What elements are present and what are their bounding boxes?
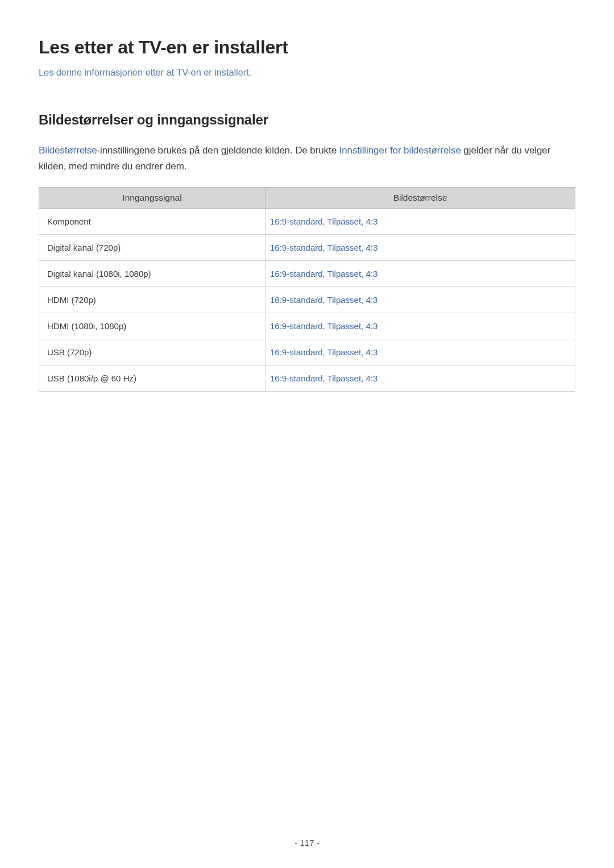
- signal-cell: Komponent: [39, 209, 265, 235]
- size-cell: 16:9-standard, Tilpasset, 4:3: [265, 209, 575, 235]
- signal-cell: Digital kanal (1080i, 1080p): [39, 261, 265, 287]
- size-cell: 16:9-standard, Tilpasset, 4:3: [265, 366, 575, 392]
- size-cell: 16:9-standard, Tilpasset, 4:3: [265, 235, 575, 261]
- table-row: HDMI (1080i, 1080p)16:9-standard, Tilpas…: [39, 313, 575, 339]
- table-row: USB (720p)16:9-standard, Tilpasset, 4:3: [39, 339, 575, 366]
- page-number: - 117 -: [0, 838, 614, 848]
- size-cell: 16:9-standard, Tilpasset, 4:3: [265, 287, 575, 313]
- signal-table: Inngangssignal Bildestørrelse Komponent1…: [39, 187, 575, 392]
- table-row: Digital kanal (720p)16:9-standard, Tilpa…: [39, 235, 575, 261]
- page-title: Les etter at TV-en er installert: [39, 37, 575, 58]
- table-row: USB (1080i/p @ 60 Hz)16:9-standard, Tilp…: [39, 366, 575, 392]
- signal-cell: USB (1080i/p @ 60 Hz): [39, 366, 265, 392]
- table-header-row: Inngangssignal Bildestørrelse: [39, 188, 575, 209]
- signal-cell: HDMI (720p): [39, 287, 265, 313]
- intro-link-2: Innstillinger for bildestørrelse: [339, 145, 461, 156]
- signal-cell: Digital kanal (720p): [39, 235, 265, 261]
- size-cell: 16:9-standard, Tilpasset, 4:3: [265, 313, 575, 339]
- signal-cell: USB (720p): [39, 339, 265, 366]
- table-header-signal: Inngangssignal: [39, 188, 265, 209]
- intro-link-1: Bildestørrelse: [39, 145, 97, 156]
- section-heading: Bildestørrelser og inngangssignaler: [39, 112, 575, 128]
- table-row: HDMI (720p)16:9-standard, Tilpasset, 4:3: [39, 287, 575, 313]
- page-subtitle: Les denne informasjonen etter at TV-en e…: [39, 67, 575, 78]
- table-header-size: Bildestørrelse: [265, 188, 575, 209]
- size-cell: 16:9-standard, Tilpasset, 4:3: [265, 261, 575, 287]
- table-row: Digital kanal (1080i, 1080p)16:9-standar…: [39, 261, 575, 287]
- signal-cell: HDMI (1080i, 1080p): [39, 313, 265, 339]
- intro-paragraph: Bildestørrelse-innstillingene brukes på …: [39, 143, 575, 175]
- size-cell: 16:9-standard, Tilpasset, 4:3: [265, 339, 575, 366]
- intro-text-1: -innstillingene brukes på den gjeldende …: [97, 145, 339, 156]
- table-row: Komponent16:9-standard, Tilpasset, 4:3: [39, 209, 575, 235]
